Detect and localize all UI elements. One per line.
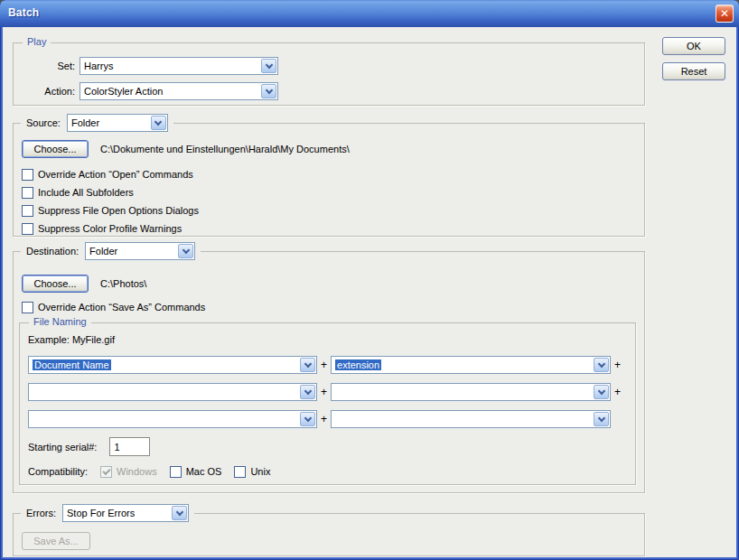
- action-field-row: Action: ColorStyler Action: [28, 82, 644, 100]
- destination-group: Destination: Folder Choose... C:\Photos\…: [13, 251, 645, 493]
- action-combobox-dropdown-button[interactable]: [261, 84, 276, 98]
- chevron-down-icon: [265, 86, 272, 93]
- checkbox-label: Suppress Color Profile Warnings: [38, 223, 182, 234]
- checkbox-override-save-as-commands[interactable]: Override Action “Save As” Commands: [22, 300, 644, 314]
- action-combobox[interactable]: ColorStyler Action: [80, 82, 278, 100]
- errors-group-header: Errors: Stop For Errors: [21, 504, 194, 522]
- naming-token-value[interactable]: [332, 411, 593, 427]
- set-combobox-dropdown-button[interactable]: [261, 59, 276, 73]
- naming-token-dropdown-button[interactable]: [300, 385, 315, 399]
- checkbox-suppress-file-open-dialogs[interactable]: Suppress File Open Options Dialogs: [22, 203, 644, 218]
- plus-sign: +: [321, 413, 327, 425]
- naming-token-value[interactable]: [29, 384, 299, 400]
- naming-token-combobox-3[interactable]: [28, 383, 317, 401]
- set-combobox[interactable]: Harrys: [80, 57, 278, 75]
- destination-combobox-value[interactable]: Folder: [86, 243, 177, 259]
- chevron-down-icon: [154, 117, 162, 125]
- naming-token-combobox-2[interactable]: extension: [331, 356, 611, 374]
- close-icon: ✕: [720, 7, 729, 20]
- errors-combobox-value[interactable]: Stop For Errors: [63, 505, 171, 521]
- naming-token-dropdown-button[interactable]: [594, 412, 609, 426]
- naming-token-value[interactable]: [332, 384, 593, 400]
- checkbox-box[interactable]: [22, 205, 33, 217]
- file-naming-group-label: File Naming: [29, 316, 91, 327]
- compatibility-row: Compatibility: Windows Mac OS: [28, 464, 635, 479]
- set-combobox-value[interactable]: Harrys: [80, 58, 260, 74]
- destination-combobox[interactable]: Folder: [85, 242, 195, 260]
- errors-combobox-dropdown-button[interactable]: [172, 506, 187, 520]
- checkbox-mac-os[interactable]: Mac OS: [170, 464, 222, 479]
- errors-group: Errors: Stop For Errors Save As...: [13, 513, 645, 556]
- naming-token-dropdown-button[interactable]: [594, 358, 609, 372]
- chevron-down-icon: [304, 387, 311, 394]
- source-combobox-dropdown-button[interactable]: [151, 116, 166, 130]
- destination-combobox-dropdown-button[interactable]: [178, 244, 193, 258]
- naming-token-value[interactable]: Document Name: [29, 357, 299, 373]
- plus-sign: +: [614, 386, 621, 398]
- source-combobox-value[interactable]: Folder: [68, 115, 150, 131]
- dialog-action-buttons: OK Reset: [662, 37, 725, 80]
- file-naming-row: +: [28, 410, 635, 428]
- checkbox-box[interactable]: [22, 187, 33, 199]
- checkbox-box[interactable]: [170, 466, 182, 478]
- checkbox-label: Mac OS: [186, 466, 222, 477]
- starting-serial-row: Starting serial#:: [28, 437, 635, 456]
- chevron-down-icon: [265, 61, 272, 68]
- batch-dialog-window: Batch ✕ OK Reset Play Set: Harrys: [0, 0, 739, 560]
- destination-label: Destination:: [26, 246, 79, 257]
- set-label: Set:: [28, 61, 75, 71]
- naming-token-combobox-1[interactable]: Document Name: [28, 356, 317, 374]
- naming-token-dropdown-button[interactable]: [594, 385, 609, 399]
- plus-sign: +: [321, 359, 327, 371]
- checkbox-box[interactable]: [22, 223, 33, 235]
- checkbox-override-open-commands[interactable]: Override Action “Open” Commands: [22, 167, 644, 182]
- naming-token-combobox-6[interactable]: [331, 410, 611, 428]
- checkbox-label: Override Action “Save As” Commands: [38, 302, 205, 313]
- starting-serial-input[interactable]: [109, 437, 150, 456]
- errors-label: Errors:: [26, 508, 56, 518]
- source-path-text: C:\Dokumente und Einstellungen\Harald\My…: [100, 144, 350, 154]
- selected-text: extension: [335, 359, 381, 370]
- checkbox-include-all-subfolders[interactable]: Include All Subfolders: [22, 185, 644, 200]
- checkbox-unix[interactable]: Unix: [234, 464, 270, 479]
- title-bar[interactable]: Batch ✕: [0, 0, 739, 27]
- save-as-button: Save As...: [22, 532, 90, 550]
- source-choose-button[interactable]: Choose...: [22, 140, 89, 158]
- checkbox-windows: Windows: [100, 464, 157, 479]
- source-label: Source:: [26, 117, 61, 128]
- naming-token-combobox-4[interactable]: [331, 383, 611, 401]
- destination-choose-button[interactable]: Choose...: [22, 275, 89, 293]
- chevron-down-icon: [597, 387, 604, 394]
- naming-token-value[interactable]: [29, 411, 299, 427]
- checkbox-box: [100, 466, 112, 478]
- checkbox-label: Unix: [250, 466, 270, 477]
- ok-button[interactable]: OK: [662, 37, 725, 55]
- plus-sign: +: [614, 359, 621, 371]
- action-combobox-value[interactable]: ColorStyler Action: [80, 83, 260, 99]
- checkbox-suppress-color-profile-warnings[interactable]: Suppress Color Profile Warnings: [22, 221, 644, 236]
- naming-token-dropdown-button[interactable]: [300, 412, 315, 426]
- naming-token-value[interactable]: extension: [332, 357, 593, 373]
- checkbox-box[interactable]: [22, 169, 33, 181]
- destination-choose-row: Choose... C:\Photos\: [22, 275, 644, 293]
- set-field-row: Set: Harrys: [28, 57, 644, 75]
- plus-sign: +: [321, 386, 327, 398]
- errors-combobox[interactable]: Stop For Errors: [62, 504, 189, 522]
- checkbox-box[interactable]: [234, 466, 246, 478]
- chevron-down-icon: [597, 359, 604, 367]
- selected-text: Document Name: [33, 359, 111, 370]
- naming-token-dropdown-button[interactable]: [300, 358, 315, 372]
- starting-serial-label: Starting serial#:: [28, 442, 97, 453]
- source-group: Source: Folder Choose... C:\Dokumente un…: [13, 123, 645, 237]
- close-button[interactable]: ✕: [716, 5, 734, 23]
- reset-button[interactable]: Reset: [662, 62, 725, 80]
- checkbox-box[interactable]: [22, 302, 33, 313]
- window-title: Batch: [8, 6, 39, 19]
- source-combobox[interactable]: Folder: [67, 114, 168, 132]
- dialog-body: OK Reset Play Set: Harrys Action:: [3, 27, 736, 557]
- naming-token-combobox-5[interactable]: [28, 410, 317, 428]
- play-group: Play Set: Harrys Action: ColorStyler Act…: [13, 42, 645, 106]
- action-label: Action:: [28, 86, 75, 97]
- source-group-header: Source: Folder: [21, 114, 173, 132]
- compatibility-label: Compatibility:: [28, 466, 88, 477]
